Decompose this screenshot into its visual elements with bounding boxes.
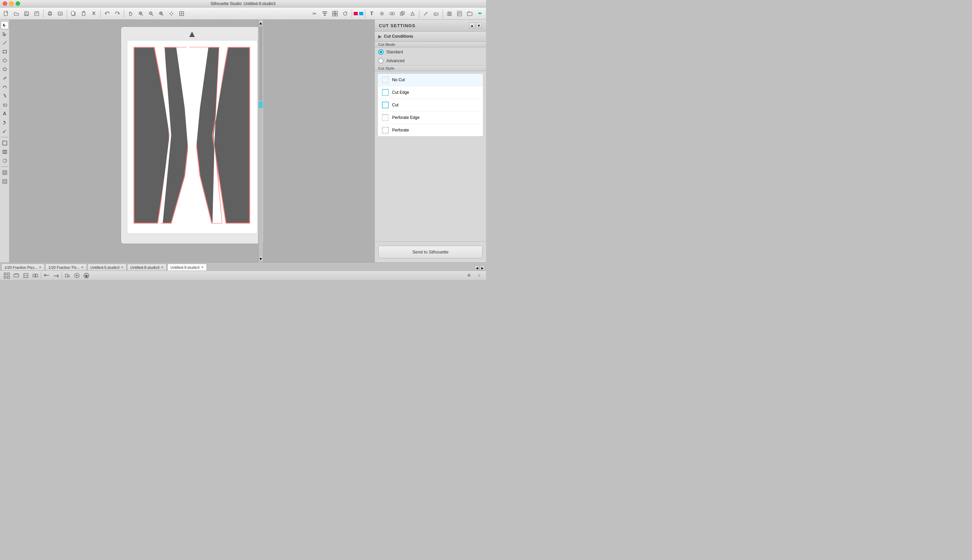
- svg-rect-14: [72, 12, 74, 15]
- status-btn-1[interactable]: [3, 272, 11, 279]
- zoom-fit-button[interactable]: [156, 9, 166, 18]
- grid-tool-2[interactable]: [1, 177, 9, 185]
- text-tool[interactable]: A: [1, 109, 9, 118]
- status-btn-7[interactable]: [63, 272, 72, 279]
- cut-conditions-header[interactable]: ▶ Cut Conditions: [375, 32, 486, 42]
- status-btn-6[interactable]: [52, 272, 60, 279]
- undo-button[interactable]: [102, 9, 112, 18]
- rect-tool[interactable]: [1, 48, 9, 56]
- zoom-in-button[interactable]: [136, 9, 146, 18]
- settings-icon[interactable]: ⚙: [465, 272, 473, 279]
- cut-edge-option[interactable]: Cut Edge: [378, 86, 483, 99]
- scroll-down[interactable]: ▼: [259, 256, 263, 262]
- tab-scroll-right[interactable]: ▶: [480, 266, 485, 270]
- no-cut-icon: [381, 76, 390, 84]
- morph-button[interactable]: [408, 9, 417, 18]
- refresh-tool[interactable]: [1, 157, 9, 165]
- status-btn-9[interactable]: [82, 272, 90, 279]
- paste-button[interactable]: [79, 9, 89, 18]
- no-cut-option[interactable]: No Cut: [378, 74, 483, 86]
- move-button[interactable]: [167, 9, 176, 18]
- tab-4-close[interactable]: ✕: [201, 265, 204, 269]
- info-icon[interactable]: ☆: [475, 272, 483, 279]
- zoom-extent-button[interactable]: [177, 9, 186, 18]
- tab-scroll-left[interactable]: ◀: [474, 266, 479, 270]
- scroll-up[interactable]: ▲: [259, 20, 263, 26]
- perforate-option[interactable]: Perforate: [378, 124, 483, 136]
- media2-button[interactable]: [465, 9, 474, 18]
- advanced-radio[interactable]: [378, 58, 384, 63]
- tab-1[interactable]: 1/20 Fraction Thi... ✕: [45, 264, 87, 270]
- status-btn-8[interactable]: [73, 272, 81, 279]
- tab-1-close[interactable]: ✕: [81, 265, 84, 269]
- align-button[interactable]: [320, 9, 330, 18]
- object-button[interactable]: [330, 9, 340, 18]
- eraser2-button[interactable]: [431, 9, 441, 18]
- standard-radio[interactable]: [378, 49, 384, 55]
- status-btn-5[interactable]: [42, 272, 51, 279]
- tab-2-close[interactable]: ✕: [121, 265, 124, 269]
- minimize-button[interactable]: [9, 2, 13, 6]
- media-tool[interactable]: [1, 139, 9, 147]
- library-tool[interactable]: [1, 148, 9, 156]
- cut-icon[interactable]: ✂: [310, 9, 320, 18]
- cut-button[interactable]: [89, 9, 99, 18]
- ellipse-tool[interactable]: [1, 65, 9, 73]
- send-to-silhouette-button[interactable]: Send to Silhouette: [378, 246, 483, 258]
- eyedropper-tool[interactable]: [1, 127, 9, 135]
- line-tool[interactable]: [1, 39, 9, 47]
- open-button[interactable]: [12, 9, 21, 18]
- status-btn-4[interactable]: [31, 272, 39, 279]
- grid-tool-1[interactable]: [1, 168, 9, 177]
- pen-tool[interactable]: [1, 74, 9, 82]
- standard-radio-row[interactable]: Standard: [375, 48, 486, 57]
- hand-tool[interactable]: [126, 9, 136, 18]
- tab-0-close[interactable]: ✕: [39, 265, 42, 269]
- print-button[interactable]: [45, 9, 55, 18]
- tab-0[interactable]: 1/20 Fraction Pizz... ✕: [2, 264, 45, 270]
- fill-button[interactable]: [354, 9, 363, 18]
- bezier-tool[interactable]: [1, 83, 9, 91]
- tab-2[interactable]: Untitled-5.studio3 ✕: [87, 264, 127, 270]
- copy-button[interactable]: [69, 9, 78, 18]
- paint-tool[interactable]: [1, 92, 9, 100]
- node-edit-tool[interactable]: [1, 30, 9, 38]
- scroll-thumb[interactable]: [259, 101, 263, 108]
- page-button[interactable]: [455, 9, 464, 18]
- perforate-icon: [381, 126, 390, 134]
- status-btn-3[interactable]: [22, 272, 30, 279]
- rotate-button[interactable]: [340, 9, 350, 18]
- zoom-out-button[interactable]: [146, 9, 156, 18]
- fill-tool[interactable]: [1, 118, 9, 127]
- tab-3[interactable]: Untitled-8.studio3 ✕: [127, 264, 167, 270]
- save-button[interactable]: [22, 9, 31, 18]
- tab-3-close[interactable]: ✕: [161, 265, 164, 269]
- replicate-button[interactable]: [398, 9, 407, 18]
- weld-button[interactable]: [387, 9, 397, 18]
- knife-button[interactable]: [421, 9, 430, 18]
- pen2-button[interactable]: ✒: [475, 9, 485, 18]
- new-button[interactable]: [2, 9, 11, 18]
- erase-tool[interactable]: [1, 101, 9, 109]
- print2-button[interactable]: [55, 9, 65, 18]
- export-button[interactable]: [32, 9, 42, 18]
- select-tool[interactable]: [1, 21, 9, 29]
- grid-button[interactable]: [445, 9, 454, 18]
- close-button[interactable]: [3, 2, 7, 6]
- tab-4[interactable]: Untitled-9.studio3 ✕: [167, 264, 207, 270]
- maximize-button[interactable]: [16, 2, 20, 6]
- design-canvas[interactable]: [127, 40, 257, 233]
- panel-down-button[interactable]: ▼: [476, 22, 482, 28]
- redo-button[interactable]: [112, 9, 122, 18]
- canvas-scrollbar-v[interactable]: ▲ ▼: [258, 20, 263, 262]
- svg-rect-68: [468, 12, 470, 12]
- advanced-radio-row[interactable]: Advanced: [375, 57, 486, 65]
- status-btn-2[interactable]: [12, 272, 20, 279]
- perforate-edge-option[interactable]: Perforate Edge: [378, 112, 483, 124]
- cut-option[interactable]: Cut: [378, 99, 483, 112]
- svg-rect-101: [14, 274, 19, 277]
- trace-button[interactable]: [377, 9, 387, 18]
- text-button[interactable]: T: [367, 9, 376, 18]
- panel-up-button[interactable]: ▲: [469, 22, 475, 28]
- polygon-tool[interactable]: [1, 57, 9, 65]
